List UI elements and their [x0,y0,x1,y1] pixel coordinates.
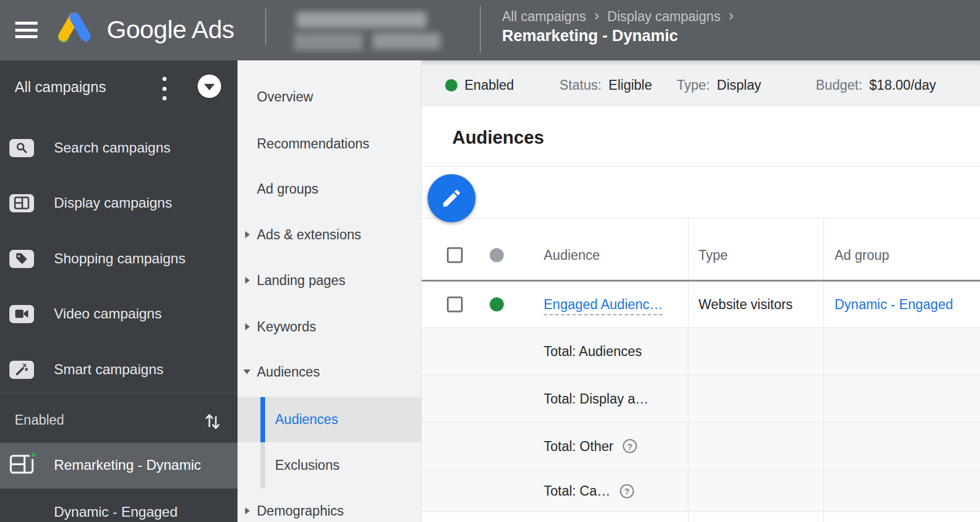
subnav-item-recommendations[interactable]: Recommendations [238,121,421,167]
status-dot-header-icon [490,248,504,262]
sort-arrows-icon[interactable] [204,410,221,433]
display-layout-icon [9,194,34,212]
rail [260,442,265,489]
more-options-icon[interactable] [157,74,171,103]
sidebar-item-search-campaigns[interactable]: Search campaigns [0,122,238,174]
campaign-subnav: Overview Recommendations Ad groups Ads &… [238,60,421,522]
table-row: Engaged Audienc… Website visitors Dynami… [422,282,980,328]
edit-fab-button[interactable] [428,174,476,222]
subnav-child-exclusions[interactable]: Exclusions [238,442,421,489]
caret-down-icon [243,370,250,374]
caret-right-icon [245,507,250,514]
total-row-display: Total: Display a… [422,375,980,422]
table-row-partial [422,512,980,522]
column-divider [823,218,824,522]
caret-right-icon [245,277,250,284]
subnav-item-audiences-parent[interactable]: Audiences [238,349,421,395]
header-divider [422,280,980,282]
page-title: Audiences [452,127,544,148]
enabled-dot-icon [445,79,457,91]
hamburger-menu-icon[interactable] [15,22,38,38]
campaign-status-bar: Enabled Status: Eligible Type: Display B… [422,60,980,106]
breadcrumb: All campaigns › Display campaigns › Rema… [502,8,734,45]
sidebar-item-shopping-campaigns[interactable]: Shopping campaigns [0,233,238,284]
chevron-right-icon: › [594,7,599,24]
table-header-row: Audience Type Ad group [422,218,980,280]
selected-rail [260,397,265,442]
total-row-audiences: Total: Audiences [422,328,980,375]
main-content: Enabled Status: Eligible Type: Display B… [421,60,980,522]
total-row-other: Total: Other ? [422,422,980,470]
page-heading-band: Audiences [422,106,980,167]
sidebar-title: All campaigns [15,79,106,96]
pencil-icon [440,187,463,209]
search-icon [9,139,34,157]
breadcrumb-current-campaign: Remarketing - Dynamic [502,27,734,45]
sidebar-item-display-campaigns[interactable]: Display campaigns [0,177,238,229]
audience-type-value: Website visitors [698,297,793,313]
subnav-item-keywords[interactable]: Keywords [238,304,421,350]
chevron-right-icon: › [729,7,734,24]
sidebar-item-smart-campaigns[interactable]: Smart campaigns [0,344,238,395]
product-name: Google Ads [107,15,234,44]
adgroup-item-dynamic-engaged[interactable]: Dynamic - Engaged [0,489,238,522]
column-header-ad-group[interactable]: Ad group [835,248,889,263]
section-label: Enabled [15,412,64,428]
google-ads-logo-icon[interactable] [56,9,93,47]
column-header-audience[interactable]: Audience [544,248,600,263]
column-divider [688,218,689,522]
table-toolbar: ADD FILTER [422,167,980,218]
subnav-item-ads-extensions[interactable]: Ads & extensions [238,212,421,257]
topbar-divider [265,9,266,45]
enabled-dot-icon [490,297,504,311]
price-tag-icon [9,250,34,268]
display-campaign-icon [9,455,34,474]
magic-wand-icon [9,361,34,379]
google-ads-app: Google Ads All campaigns › Display campa… [0,0,980,522]
row-checkbox[interactable] [447,297,463,313]
campaign-budget[interactable]: Budget: $18.00/day [816,60,936,106]
account-info-redacted [277,7,453,54]
caret-right-icon [245,231,250,238]
caret-right-icon [245,323,250,330]
triangle-down-icon [204,84,215,90]
total-row-campaign: Total: Ca… ? [422,470,980,512]
campaign-list-section: Enabled [0,397,238,443]
subnav-item-overview[interactable]: Overview [238,74,421,120]
top-bar: Google Ads All campaigns › Display campa… [0,0,980,60]
sidebar-item-video-campaigns[interactable]: Video campaigns [0,288,238,340]
sidebar-divider [0,393,238,394]
campaign-state[interactable]: Enabled [445,60,514,106]
topbar-divider [480,6,481,53]
help-icon[interactable]: ? [623,439,637,453]
collapse-panel-button[interactable] [198,74,221,98]
campaign-status: Status: Eligible [559,60,652,106]
campaign-item-remarketing-dynamic[interactable]: Remarketing - Dynamic [0,443,238,489]
help-icon[interactable]: ? [620,484,634,498]
video-camera-icon [9,305,34,323]
column-header-type[interactable]: Type [698,248,728,263]
select-all-checkbox[interactable] [447,248,463,263]
breadcrumb-all-campaigns[interactable]: All campaigns [502,9,586,25]
campaign-type: Type: Display [677,60,761,106]
campaigns-sidebar: All campaigns Search campaigns Display c… [0,60,238,522]
audience-link[interactable]: Engaged Audienc… [544,297,663,316]
subnav-item-landing-pages[interactable]: Landing pages [238,257,421,303]
subnav-child-audiences[interactable]: Audiences [238,397,421,442]
subnav-item-ad-groups[interactable]: Ad groups [238,166,421,212]
enabled-status-badge [29,450,38,459]
subnav-item-demographics[interactable]: Demographics [238,489,421,522]
breadcrumb-display-campaigns[interactable]: Display campaigns [608,9,721,25]
ad-group-link[interactable]: Dynamic - Engaged [835,297,953,312]
